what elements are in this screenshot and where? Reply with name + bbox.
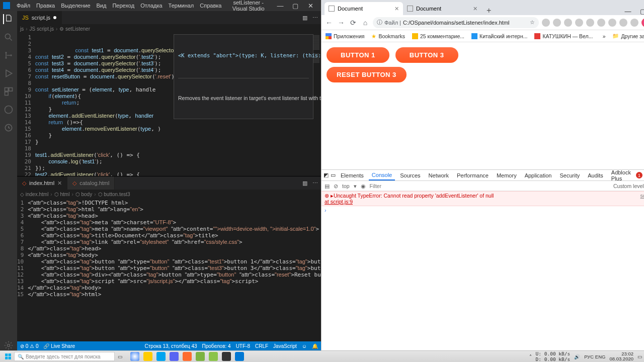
bookmark-item[interactable]: 25 комментарие... (412, 33, 464, 39)
system-tray[interactable]: ˄ U: 0.00 kB/s D: 0.00 kB/s 🔊 РУС ENG 23… (529, 351, 642, 362)
start-button[interactable] (2, 352, 14, 361)
eye-icon[interactable]: ◉ (361, 183, 366, 189)
eol-status[interactable]: CRLF (255, 343, 268, 349)
device-icon[interactable]: ▭ (331, 172, 336, 178)
extension-icon[interactable] (608, 19, 616, 27)
reset-button[interactable]: RESET BUTTON 3 (327, 67, 407, 82)
chrome-tab[interactable]: Document✕ (403, 2, 481, 15)
dt-tab-elements[interactable]: Elements (338, 171, 367, 180)
error-count[interactable]: 1 (636, 172, 642, 178)
menu-debug[interactable]: Отладка (138, 2, 165, 10)
vscode-taskbar-icon[interactable] (235, 352, 244, 361)
address-bar[interactable]: ⓘФайл | C:/OSpanel/domains/setListener/i… (373, 17, 539, 28)
extension-icon[interactable] (553, 19, 561, 27)
menu-selection[interactable]: Выделение (58, 2, 93, 10)
maximize-button[interactable]: ▢ (288, 2, 303, 10)
button-1[interactable]: BUTTON 1 (327, 47, 389, 63)
menu-edit[interactable]: Правка (34, 2, 57, 10)
history-icon[interactable] (4, 123, 14, 133)
dt-tab-memory[interactable]: Memory (494, 171, 520, 180)
minimize-button[interactable]: — (273, 2, 288, 10)
extension-icon[interactable] (564, 19, 572, 27)
bell-icon[interactable]: 🔔 (312, 343, 318, 349)
extension-icon[interactable] (586, 19, 594, 27)
feedback-icon[interactable]: ☺ (302, 343, 307, 349)
problems-status[interactable]: ⊘ 0 ⚠ 0 (20, 343, 38, 349)
app-icon[interactable] (209, 352, 218, 361)
explorer-icon[interactable] (143, 352, 152, 361)
breadcrumb-bottom[interactable]: ◇ index.html› ⬡ html› ⬡ body› ⬡ button.t… (17, 190, 321, 199)
source-control-icon[interactable] (4, 50, 14, 60)
context-select[interactable]: top (342, 183, 350, 189)
profile-avatar[interactable] (641, 18, 644, 27)
app-icon[interactable] (222, 352, 231, 361)
mail-icon[interactable] (156, 352, 166, 361)
clear-console-icon[interactable]: ⊘ (334, 183, 338, 189)
more-icon[interactable]: ⋯ (312, 180, 318, 187)
bookmark-overflow[interactable]: » (603, 33, 606, 39)
console-error[interactable]: ⊗ ▸Uncaught TypeError: Cannot read prope… (321, 191, 644, 206)
filter-input[interactable] (370, 183, 609, 189)
extension-icon[interactable] (630, 19, 638, 27)
dt-tab-console[interactable]: Console (369, 170, 395, 180)
language-status[interactable]: JavaScript (273, 343, 297, 349)
github-icon[interactable] (4, 105, 14, 115)
inspect-icon[interactable]: ◩ (324, 172, 329, 178)
cursor-position[interactable]: Строка 13, столбец 43 (145, 343, 197, 349)
home-button[interactable]: ⌂ (361, 18, 370, 27)
tab-script-js[interactable]: JS script.js (17, 11, 62, 24)
split-editor-icon[interactable]: ▥ (302, 15, 307, 21)
dt-tab-application[interactable]: Application (522, 171, 555, 180)
console-prompt[interactable]: › (321, 206, 644, 214)
menu-help[interactable]: Справка (197, 2, 224, 10)
app-icon[interactable] (183, 352, 192, 361)
close-tab-icon[interactable]: ✕ (473, 6, 477, 12)
error-location-link[interactable]: script.js:9 (640, 193, 644, 205)
debug-icon[interactable] (4, 68, 14, 78)
forward-button[interactable]: → (337, 18, 346, 27)
taskbar-search[interactable]: 🔍 Введите здесь текст для поиска (14, 352, 115, 361)
new-tab-button[interactable]: + (481, 6, 496, 15)
task-view-icon[interactable]: ▭ (118, 354, 122, 359)
console-output[interactable]: ⊗ ▸Uncaught TypeError: Cannot read prope… (321, 191, 644, 350)
dt-tab-sources[interactable]: Sources (397, 171, 423, 180)
close-button[interactable]: ✕ (303, 2, 318, 10)
extensions-icon[interactable] (4, 86, 14, 97)
chrome-icon[interactable] (130, 352, 139, 361)
dt-tab-adblock[interactable]: Adblock Plus (608, 168, 634, 183)
button-3[interactable]: BUTTON 3 (395, 47, 458, 63)
discord-icon[interactable] (170, 352, 179, 361)
menu-terminal[interactable]: Терминал (166, 2, 197, 10)
console-sidebar-icon[interactable]: ▤ (325, 183, 330, 189)
maximize-button[interactable]: ▢ (635, 8, 644, 15)
dt-tab-security[interactable]: Security (556, 171, 583, 180)
split-editor-icon[interactable]: ▥ (302, 180, 307, 187)
tab-index-html[interactable]: ◇index.html✕ (17, 176, 67, 190)
notifications-icon[interactable]: ▭ (637, 354, 642, 359)
bookmark-item[interactable]: Китайский интерн... (471, 33, 527, 39)
breadcrumb-top[interactable]: js› JS script.js› ⚙ setListener (17, 24, 321, 33)
bookmark-item[interactable]: КАТУШКИН — Вел... (534, 33, 593, 39)
encoding-status[interactable]: UTF-8 (236, 343, 250, 349)
apps-button[interactable]: Приложения (326, 33, 364, 39)
bookmark-item[interactable]: ★Bookmarks (371, 33, 405, 39)
search-icon[interactable] (4, 32, 14, 42)
dt-tab-audits[interactable]: Audits (585, 171, 606, 180)
menu-view[interactable]: Вид (94, 2, 109, 10)
other-bookmarks[interactable]: 📁 Другие закладки (612, 33, 644, 39)
reload-button[interactable]: ⟳ (349, 18, 358, 27)
code-editor-top[interactable]: <K extends "abort">(type: K, listener: (… (35, 33, 296, 176)
close-tab-icon[interactable]: ✕ (394, 6, 399, 12)
files-icon[interactable] (3, 14, 13, 24)
dt-tab-performance[interactable]: Performance (454, 171, 492, 180)
chrome-tab-active[interactable]: Document✕ (325, 2, 403, 15)
back-button[interactable]: ← (325, 18, 334, 27)
live-share-status[interactable]: 🔗 Live Share (43, 343, 75, 349)
more-icon[interactable]: ⋯ (312, 15, 318, 21)
dt-tab-network[interactable]: Network (426, 171, 452, 180)
code-editor-bottom[interactable]: <"attr">class="tag">!DOCTYPE html> <"att… (28, 199, 321, 299)
extension-icon[interactable] (619, 19, 627, 27)
levels-select[interactable]: Custom levels (613, 183, 644, 189)
extension-icon[interactable] (575, 19, 583, 27)
menu-file[interactable]: Файл (14, 2, 33, 10)
